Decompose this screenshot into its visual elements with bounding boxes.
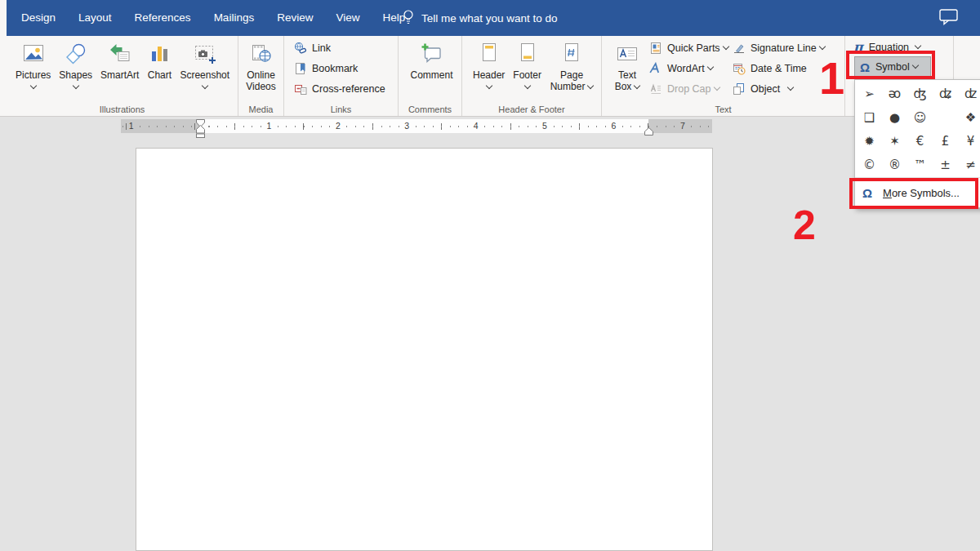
symbol-cell[interactable]: ❖ — [958, 105, 980, 129]
page-number-label: Page Number — [550, 69, 594, 92]
smartart-button[interactable]: SmartArt — [96, 39, 143, 81]
tab-mailings[interactable]: Mailings — [203, 0, 266, 36]
chevron-down-icon — [634, 82, 640, 89]
cross-reference-label: Cross-reference — [312, 83, 385, 95]
signature-line-button[interactable]: Signature Line — [733, 39, 825, 57]
symbol-cell[interactable]: © — [857, 153, 882, 176]
cross-reference-button[interactable]: Cross-reference — [294, 80, 385, 98]
symbol-cell[interactable]: ✶ — [882, 129, 907, 153]
word-window: DesignLayoutReferencesMailingsReviewView… — [0, 0, 980, 551]
chevron-down-icon — [722, 43, 728, 50]
drop-cap-button: Drop Cap — [649, 80, 719, 98]
symbol-cell[interactable]: £ — [933, 129, 958, 153]
quick-parts-button[interactable]: Quick Parts — [649, 39, 728, 57]
group-label-comments: Comments — [399, 104, 461, 114]
ruler-number: 4 — [471, 122, 481, 131]
tab-view[interactable]: View — [324, 0, 371, 36]
text-box-icon — [615, 42, 639, 66]
symbol-cell[interactable]: ✹ — [857, 129, 882, 153]
online-videos-button[interactable]: Online Videos — [239, 39, 283, 92]
chart-icon — [147, 42, 172, 66]
symbol-cell[interactable]: ʥ — [933, 82, 958, 105]
symbol-cell[interactable] — [933, 105, 958, 129]
object-icon — [733, 82, 746, 96]
screenshot-button[interactable]: Screenshot — [176, 39, 234, 88]
group-label-text: Text — [602, 104, 844, 114]
date-time-icon — [733, 62, 746, 75]
shapes-button[interactable]: Shapes — [55, 39, 96, 88]
symbol-cell[interactable]: € — [907, 129, 933, 153]
group-label-header-footer: Header & Footer — [462, 104, 601, 114]
chevron-down-icon — [587, 82, 594, 89]
ruler-number: 1 — [127, 122, 136, 131]
quick-parts-icon — [649, 42, 662, 55]
symbol-cell[interactable]: ʤ — [907, 82, 933, 105]
tab-design[interactable]: Design — [10, 0, 67, 36]
group-label-links: Links — [284, 104, 398, 114]
symbol-cell[interactable]: ➢ — [857, 82, 882, 105]
symbol-cell[interactable]: ❑ — [857, 105, 882, 129]
group-media: Online Videos Media — [238, 36, 284, 116]
pictures-button[interactable]: Pictures — [11, 39, 55, 88]
date-time-button[interactable]: Date & Time — [733, 60, 807, 78]
comment-bubble-icon[interactable] — [939, 9, 959, 25]
group-label-media: Media — [238, 104, 283, 114]
wordart-icon — [649, 62, 662, 75]
tab-layout[interactable]: Layout — [67, 0, 123, 36]
symbol-cell[interactable]: ¥ — [958, 129, 980, 153]
text-box-button[interactable]: Text Box — [610, 39, 644, 92]
link-button[interactable]: Link — [294, 39, 331, 57]
symbol-cell[interactable]: ☺ — [907, 105, 933, 129]
smartart-icon — [108, 42, 132, 66]
comment-icon — [419, 42, 443, 66]
header-button[interactable]: Header — [469, 39, 509, 88]
tell-me-box[interactable]: Tell me what you want to do — [402, 0, 558, 36]
link-icon — [294, 42, 307, 55]
shapes-icon — [64, 42, 88, 66]
bookmark-button[interactable]: Bookmark — [294, 60, 358, 78]
right-indent-marker[interactable] — [644, 124, 653, 139]
annotation-box-symbol — [846, 51, 935, 79]
symbol-cell[interactable]: ≠ — [958, 153, 980, 176]
ruler-number: 5 — [540, 122, 550, 131]
annotation-box-more-symbols — [849, 178, 978, 209]
header-label: Header — [473, 69, 505, 81]
document-page[interactable] — [136, 148, 713, 551]
tab-review[interactable]: Review — [265, 0, 324, 36]
ruler-number: 2 — [333, 122, 343, 131]
annotation-step-1: 1 — [819, 56, 844, 101]
ribbon-tabs: DesignLayoutReferencesMailingsReviewView… — [10, 0, 416, 36]
symbol-cell[interactable]: ± — [933, 153, 958, 176]
signature-line-icon — [733, 42, 746, 55]
symbol-cell[interactable]: ʣ — [958, 82, 980, 105]
date-time-label: Date & Time — [751, 63, 807, 74]
chart-button[interactable]: Chart — [143, 39, 176, 81]
hanging-indent-marker[interactable] — [196, 125, 205, 141]
wordart-label: WordArt — [667, 63, 705, 74]
symbol-cell[interactable]: ᴔ — [882, 82, 907, 105]
signature-line-label: Signature Line — [751, 42, 817, 54]
group-header-footer: Header Footer Page Number Header & Foote… — [462, 36, 602, 116]
chevron-down-icon — [202, 82, 208, 89]
symbol-cell[interactable]: ™ — [907, 153, 933, 176]
symbol-cell[interactable]: ® — [882, 153, 907, 176]
group-comments: Comment Comments — [399, 36, 462, 116]
footer-button[interactable]: Footer — [509, 39, 546, 88]
titlebar: DesignLayoutReferencesMailingsReviewView… — [0, 0, 980, 36]
group-label-illustrations: Illustrations — [7, 104, 238, 114]
ruler-ticks — [121, 126, 712, 127]
lightbulb-icon — [402, 8, 415, 29]
wordart-button[interactable]: WordArt — [649, 60, 713, 78]
header-icon — [477, 42, 501, 66]
comment-button[interactable]: Comment — [406, 39, 457, 81]
symbol-cell[interactable]: ● — [882, 105, 907, 129]
text-box-label: Text Box — [614, 69, 640, 92]
bookmark-label: Bookmark — [312, 63, 358, 74]
tab-references[interactable]: References — [123, 0, 203, 36]
object-button[interactable]: Object — [733, 80, 793, 98]
page-number-button[interactable]: Page Number — [546, 39, 598, 92]
cross-reference-icon — [294, 82, 307, 96]
online-videos-label: Online Videos — [243, 69, 279, 92]
screenshot-icon — [193, 42, 217, 66]
screenshot-label: Screenshot — [180, 69, 229, 81]
